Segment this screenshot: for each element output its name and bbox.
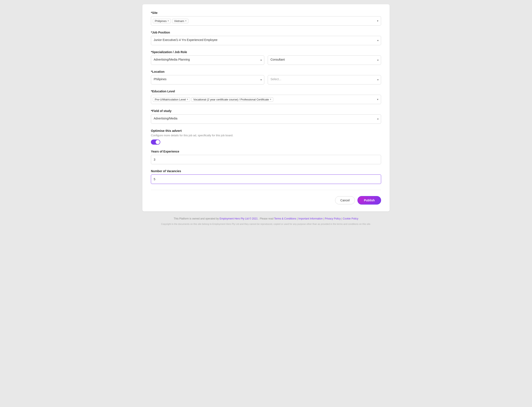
- footer: This Platform is owned and operated by E…: [161, 217, 371, 226]
- specialization-wrapper: Advertising/Media Planning ▾: [151, 55, 264, 65]
- optimise-toggle-knob: [156, 140, 160, 144]
- specialization-label: *Specialization / Job Role: [151, 50, 381, 54]
- main-form-card: *Site Philipines × Vietnam × ▾ *Job Posi…: [142, 4, 390, 211]
- location-city-select[interactable]: Select...: [268, 75, 381, 85]
- site-chevron-icon: ▾: [377, 19, 378, 22]
- field-of-study-wrapper: Advertising/Media ▾: [151, 114, 381, 124]
- footer-important-link[interactable]: Important Information: [298, 217, 323, 220]
- location-country-wrapper: Philipines ▾: [151, 75, 264, 85]
- education-tag-vocational: Vocational (2 year certificate course) /…: [191, 97, 273, 102]
- optimise-desc: Configure more details for this job ad, …: [151, 134, 381, 137]
- location-country-select[interactable]: Philipines: [151, 75, 264, 85]
- education-tag-vocational-close[interactable]: ×: [270, 98, 271, 101]
- specialization-select[interactable]: Advertising/Media Planning: [151, 55, 264, 65]
- specialization-section: *Specialization / Job Role Advertising/M…: [151, 50, 381, 65]
- vacancies-input[interactable]: [151, 174, 381, 184]
- field-of-study-label: *Field of study: [151, 109, 381, 113]
- divider: [151, 190, 381, 190]
- site-section: *Site Philipines × Vietnam × ▾: [151, 11, 381, 26]
- publish-button[interactable]: Publish: [357, 196, 381, 204]
- location-row: Philipines ▾ Select... ▾: [151, 75, 381, 85]
- button-row: Cancel Publish: [151, 196, 381, 204]
- job-position-label: *Job Position: [151, 31, 381, 34]
- site-label: *Site: [151, 11, 381, 15]
- years-experience-section: Years of Experience: [151, 150, 381, 164]
- footer-cookie-link[interactable]: Cookie Policy: [343, 217, 358, 220]
- education-tag-pre-u-close[interactable]: ×: [187, 98, 188, 101]
- site-tag-philipines: Philipines ×: [153, 19, 171, 23]
- education-section: *Education Level Pre-U/Matriculation Lev…: [151, 90, 381, 104]
- optimise-toggle-wrapper: [151, 140, 381, 145]
- job-position-select[interactable]: Junior Executive/1-4 Yrs Experienced Emp…: [151, 36, 381, 45]
- site-select[interactable]: Philipines × Vietnam × ▾: [151, 16, 381, 26]
- education-chevron-icon: ▾: [377, 98, 378, 101]
- specialization-row: Advertising/Media Planning ▾ Consultant …: [151, 55, 381, 65]
- job-role-wrapper: Consultant ▾: [268, 55, 381, 65]
- site-tag-vietnam: Vietnam ×: [172, 19, 188, 23]
- field-of-study-select[interactable]: Advertising/Media: [151, 114, 381, 124]
- job-role-select[interactable]: Consultant: [268, 55, 381, 65]
- field-of-study-section: *Field of study Advertising/Media ▾: [151, 109, 381, 124]
- job-position-section: *Job Position Junior Executive/1-4 Yrs E…: [151, 31, 381, 45]
- years-experience-input[interactable]: [151, 155, 381, 164]
- optimise-section: Optimise this advert Configure more deta…: [151, 129, 381, 145]
- job-position-wrapper: Junior Executive/1-4 Yrs Experienced Emp…: [151, 36, 381, 45]
- footer-terms-link[interactable]: Terms & Conditions: [274, 217, 296, 220]
- vacancies-label: Number of Vacancies: [151, 169, 381, 173]
- education-tag-pre-u: Pre-U/Matriculation Level ×: [153, 97, 190, 102]
- vacancies-section: Number of Vacancies: [151, 169, 381, 184]
- education-label: *Education Level: [151, 90, 381, 93]
- location-section: *Location Philipines ▾ Select... ▾: [151, 70, 381, 85]
- location-city-wrapper: Select... ▾: [268, 75, 381, 85]
- years-experience-label: Years of Experience: [151, 150, 381, 153]
- optimise-title: Optimise this advert: [151, 129, 381, 133]
- footer-company-link[interactable]: Employment Hero Pty Ltd © 2021: [220, 217, 258, 220]
- footer-privacy-link[interactable]: Privacy Policy: [325, 217, 341, 220]
- site-tag-philipines-close[interactable]: ×: [167, 20, 169, 22]
- cancel-button[interactable]: Cancel: [335, 196, 355, 204]
- optimise-toggle[interactable]: [151, 140, 160, 145]
- footer-copyright: Copyright in the documents on this site …: [161, 222, 371, 226]
- location-label: *Location: [151, 70, 381, 73]
- education-select[interactable]: Pre-U/Matriculation Level × Vocational (…: [151, 95, 381, 104]
- site-tag-vietnam-close[interactable]: ×: [185, 20, 187, 22]
- footer-platform-text: This Platform is owned and operated by E…: [161, 217, 371, 221]
